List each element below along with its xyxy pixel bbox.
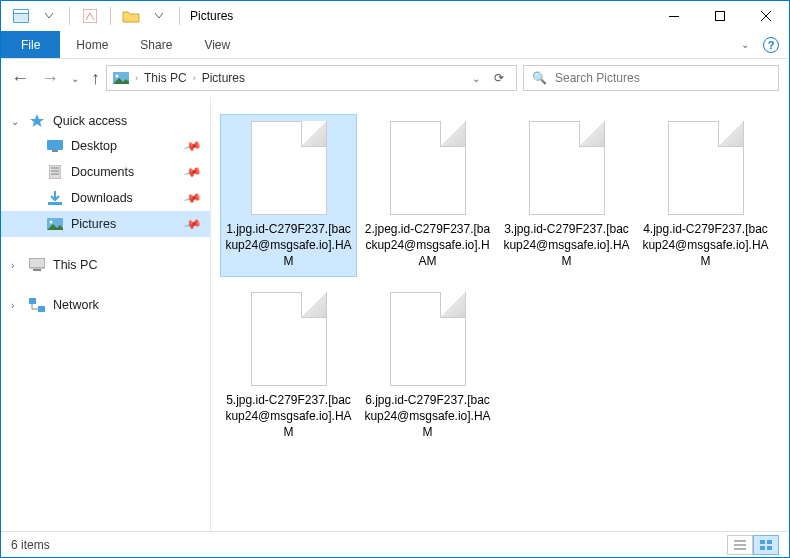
downloads-icon [47,190,63,206]
svg-rect-19 [29,298,36,304]
pin-icon: 📌 [183,162,203,182]
file-name: 1.jpg.id-C279F237.[backup24@msgsafe.io].… [223,221,354,270]
svg-rect-27 [767,546,772,550]
maximize-button[interactable] [697,1,743,31]
forward-button[interactable]: → [41,69,59,87]
breadcrumb-current[interactable]: Pictures [202,71,245,85]
star-icon [29,113,45,129]
sidebar-item-pictures[interactable]: Pictures 📌 [1,211,210,237]
address-dropdown-icon[interactable]: ⌄ [470,73,482,84]
svg-rect-1 [14,10,28,13]
chevron-down-icon[interactable] [35,4,63,28]
window-controls [651,1,789,31]
breadcrumb-root[interactable]: This PC [144,71,187,85]
chevron-right-icon[interactable]: › [135,73,138,83]
search-input[interactable]: 🔍 Search Pictures [523,65,779,91]
quick-access-toolbar: Pictures [1,4,233,28]
svg-rect-25 [767,540,772,544]
back-button[interactable]: ← [11,69,29,87]
folder-icon[interactable] [117,4,145,28]
svg-rect-4 [669,16,679,17]
history-dropdown-icon[interactable]: ⌄ [71,73,79,84]
file-icon [390,121,466,215]
navigation-pane: ⌄ Quick access Desktop 📌 Documents 📌 Dow [1,97,211,531]
file-item[interactable]: 6.jpg.id-C279F237.[backup24@msgsafe.io].… [360,286,495,447]
icons-view-button[interactable] [753,535,779,555]
pin-icon: 📌 [183,136,203,156]
file-item[interactable]: 1.jpg.id-C279F237.[backup24@msgsafe.io].… [221,115,356,276]
sidebar-quick-access[interactable]: ⌄ Quick access [1,109,210,133]
ribbon: File Home Share View ⌄ ? [1,31,789,59]
properties-icon[interactable] [76,4,104,28]
chevron-down-icon[interactable] [145,4,173,28]
sidebar-item-label: Pictures [71,217,116,231]
svg-rect-24 [760,540,765,544]
chevron-right-icon[interactable]: › [193,73,196,83]
sidebar-item-downloads[interactable]: Downloads 📌 [1,185,210,211]
file-name: 6.jpg.id-C279F237.[backup24@msgsafe.io].… [362,392,493,441]
documents-icon [47,164,63,180]
svg-rect-20 [38,306,45,312]
nav-arrows: ← → ⌄ ↑ [11,69,100,87]
file-tab[interactable]: File [1,31,60,58]
svg-rect-5 [716,12,725,21]
file-icon [251,292,327,386]
chevron-down-icon[interactable]: ⌄ [11,116,19,127]
file-item[interactable]: 3.jpg.id-C279F237.[backup24@msgsafe.io].… [499,115,634,276]
desktop-icon [47,138,63,154]
up-button[interactable]: ↑ [91,69,100,87]
search-icon: 🔍 [532,71,547,85]
sidebar-this-pc[interactable]: › This PC [1,253,210,277]
address-bar[interactable]: › This PC › Pictures ⌄ ⟳ [106,65,517,91]
file-icon [529,121,605,215]
tab-share[interactable]: Share [124,31,188,58]
minimize-button[interactable] [651,1,697,31]
refresh-button[interactable]: ⟳ [488,71,510,85]
separator [179,7,180,25]
sidebar-item-label: Quick access [53,114,127,128]
svg-rect-3 [83,9,97,23]
svg-rect-9 [52,150,58,152]
separator [110,7,111,25]
svg-rect-26 [760,546,765,550]
body: ⌄ Quick access Desktop 📌 Documents 📌 Dow [1,97,789,531]
sidebar-item-desktop[interactable]: Desktop 📌 [1,133,210,159]
search-placeholder: Search Pictures [555,71,640,85]
file-icon [251,121,327,215]
chevron-right-icon[interactable]: › [11,300,14,311]
file-item[interactable]: 2.jpeg.id-C279F237.[backup24@msgsafe.io]… [360,115,495,276]
svg-rect-14 [48,202,62,205]
network-icon [29,297,45,313]
view-toggle [727,535,779,555]
chevron-right-icon[interactable]: › [11,260,14,271]
pin-icon: 📌 [183,188,203,208]
titlebar: Pictures [1,1,789,31]
tab-view[interactable]: View [188,31,246,58]
svg-rect-10 [49,165,61,179]
file-item[interactable]: 5.jpg.id-C279F237.[backup24@msgsafe.io].… [221,286,356,447]
sidebar-item-label: Desktop [71,139,117,153]
item-count: 6 items [11,538,50,552]
pin-icon: 📌 [183,214,203,234]
sidebar-network[interactable]: › Network [1,293,210,317]
separator [69,7,70,25]
ribbon-expand-icon[interactable]: ⌄ [741,39,749,50]
svg-point-16 [50,221,53,224]
status-bar: 6 items [1,531,789,557]
file-item[interactable]: 4.jpg.id-C279F237.[backup24@msgsafe.io].… [638,115,773,276]
pictures-icon [113,70,129,86]
close-button[interactable] [743,1,789,31]
sidebar-item-label: Downloads [71,191,133,205]
tab-home[interactable]: Home [60,31,124,58]
file-name: 5.jpg.id-C279F237.[backup24@msgsafe.io].… [223,392,354,441]
file-list[interactable]: 1.jpg.id-C279F237.[backup24@msgsafe.io].… [211,97,789,531]
svg-point-7 [116,75,119,78]
help-icon[interactable]: ? [763,37,779,53]
file-name: 4.jpg.id-C279F237.[backup24@msgsafe.io].… [640,221,771,270]
svg-rect-17 [29,258,45,268]
details-view-button[interactable] [727,535,753,555]
svg-rect-8 [47,140,63,150]
window-title: Pictures [190,9,233,23]
svg-rect-18 [33,269,41,271]
sidebar-item-documents[interactable]: Documents 📌 [1,159,210,185]
